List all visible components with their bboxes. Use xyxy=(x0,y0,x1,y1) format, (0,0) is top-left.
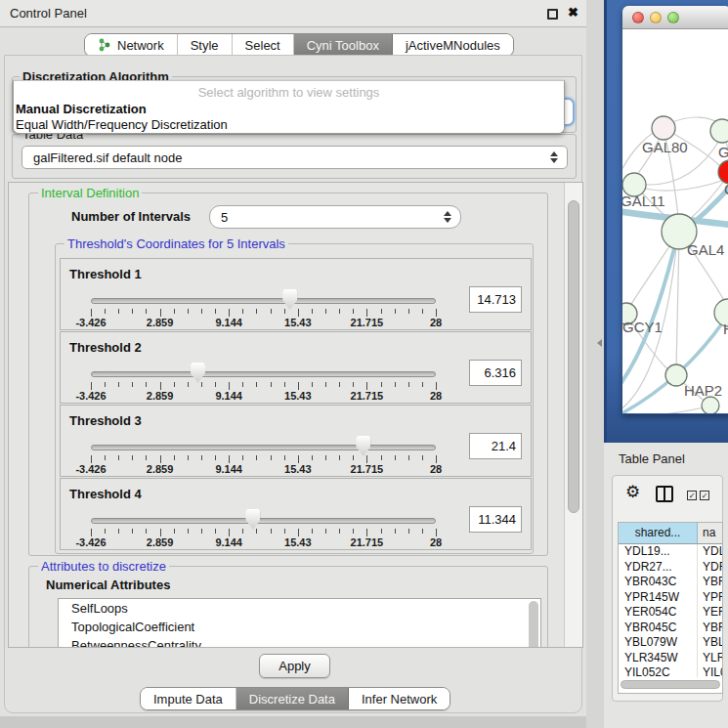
tick-mark xyxy=(381,309,382,314)
tick-mark xyxy=(146,309,147,314)
table-row[interactable]: YDL19...YDL1 xyxy=(619,544,722,560)
table-data-combobox[interactable]: galFiltered.sif default node xyxy=(21,146,568,169)
close-traffic-light-icon[interactable] xyxy=(632,12,644,23)
table-row[interactable]: YDR27...YDR2 xyxy=(619,560,722,576)
threshold-slider-thumb[interactable] xyxy=(245,509,260,530)
network-node-g[interactable] xyxy=(710,119,728,143)
threshold-slider-track[interactable] xyxy=(91,445,436,450)
tab-network[interactable]: Network xyxy=(85,34,178,56)
tick-mark xyxy=(229,309,230,317)
threshold-value-field[interactable]: 11.344 xyxy=(469,506,522,533)
tab-label: Infer Network xyxy=(362,692,437,707)
float-window-icon[interactable] xyxy=(547,9,558,20)
tab-impute-data[interactable]: Impute Data xyxy=(141,688,236,709)
network-edge[interactable] xyxy=(676,236,679,369)
number-of-intervals-combobox[interactable]: 5 xyxy=(209,205,461,229)
tick-mark xyxy=(408,529,409,534)
tick-mark xyxy=(105,529,106,534)
table-row[interactable]: YIL052CYIL0 xyxy=(619,665,722,677)
threshold-slider-thumb[interactable] xyxy=(191,363,205,383)
threshold-slider-thumb[interactable] xyxy=(356,436,370,456)
cell-shared-name: YLR345W xyxy=(619,651,698,666)
threshold-slider-track[interactable] xyxy=(91,371,436,377)
threshold-slider-track[interactable] xyxy=(91,518,436,524)
algorithm-popup-placeholder: Select algorithm to view settings xyxy=(14,81,564,102)
network-node[interactable] xyxy=(702,397,719,413)
tick-label: 15.43 xyxy=(269,390,327,402)
tick-mark xyxy=(284,455,285,460)
cell-shared-name: YBR043C xyxy=(619,575,698,590)
tab-cyni-toolbox[interactable]: Cyni Toolbox xyxy=(294,34,393,56)
control-panel-tab-bar: NetworkStyleSelectCyni ToolboxjActiveMNo… xyxy=(84,33,514,57)
tick-mark xyxy=(91,309,92,317)
checkbox-icon[interactable]: ✓ xyxy=(687,491,697,500)
split-columns-icon[interactable] xyxy=(656,486,673,502)
panel-splitter[interactable] xyxy=(586,0,604,728)
tick-label: 15.43 xyxy=(269,463,327,475)
cell-name: YPR1 xyxy=(698,590,722,606)
tick-mark xyxy=(271,309,272,314)
threshold-slider-thumb[interactable] xyxy=(282,289,297,310)
tab-jactivemnodules[interactable]: jActiveMNodules xyxy=(393,34,513,56)
tab-discretize-data[interactable]: Discretize Data xyxy=(236,688,349,709)
tick-label: 15.43 xyxy=(269,317,327,328)
tick-label: -3.426 xyxy=(62,317,120,328)
tick-mark xyxy=(395,382,396,387)
network-node-gal80[interactable] xyxy=(652,116,675,140)
column-header-name[interactable]: na xyxy=(698,523,722,543)
tab-select[interactable]: Select xyxy=(233,34,294,56)
algorithm-option[interactable]: Manual Discretization xyxy=(14,102,564,117)
network-window: GAL80G.CGAL11GAL4GCY1HHAP2 xyxy=(622,6,728,414)
thresholds-group-title: Threshold's Coordinates for 5 Intervals xyxy=(64,236,288,251)
algorithm-option[interactable]: Equal Width/Frequency Discretization xyxy=(14,117,564,133)
cell-name: YDR2 xyxy=(698,560,722,576)
close-icon[interactable]: ✖ xyxy=(568,5,578,20)
tick-mark xyxy=(298,309,299,317)
numerical-attributes-list[interactable]: SelfLoopsTopologicalCoefficientBetweenne… xyxy=(58,598,541,648)
cell-name: YBL0 xyxy=(698,635,722,651)
attribute-list-item[interactable]: BetweennessCentrality xyxy=(59,636,540,648)
vertical-scrollbar-thumb[interactable] xyxy=(568,200,579,513)
tick-mark xyxy=(366,455,367,463)
checkbox-icon[interactable]: ✓ xyxy=(700,491,709,500)
tick-label: 9.144 xyxy=(199,463,258,475)
horizontal-scrollbar[interactable] xyxy=(621,680,720,689)
tab-infer-network[interactable]: Infer Network xyxy=(349,688,450,709)
tick-mark xyxy=(242,382,243,387)
table-row[interactable]: YLR345WYLR3 xyxy=(619,651,722,666)
column-header-shared-name[interactable]: shared... xyxy=(619,523,698,543)
apply-button[interactable]: Apply xyxy=(259,654,330,678)
zoom-traffic-light-icon[interactable] xyxy=(667,12,679,23)
tick-mark xyxy=(132,382,133,387)
network-canvas[interactable]: GAL80G.CGAL11GAL4GCY1HHAP2 xyxy=(622,29,728,413)
threshold-value-field[interactable]: 21.4 xyxy=(469,433,522,459)
threshold-slider-track[interactable] xyxy=(91,298,436,304)
threshold-panel: Threshold 3-3.4262.8599.14415.4321.71528… xyxy=(60,405,532,477)
splitter-collapse-icon[interactable] xyxy=(597,339,602,347)
list-scrollbar[interactable] xyxy=(529,601,538,648)
table-row[interactable]: YBR043CYBR0 xyxy=(619,575,722,590)
control-panel-title: Control Panel xyxy=(10,6,87,21)
tab-style[interactable]: Style xyxy=(178,34,233,56)
tick-mark xyxy=(366,309,367,317)
attribute-list-item[interactable]: TopologicalCoefficient xyxy=(59,618,540,636)
minimize-traffic-light-icon[interactable] xyxy=(650,12,662,23)
gear-icon[interactable]: ⚙ xyxy=(625,482,640,502)
tick-label: 21.715 xyxy=(337,463,396,475)
tick-mark xyxy=(201,382,202,387)
table-row[interactable]: YBL079WYBL0 xyxy=(619,635,722,651)
cell-shared-name: YIL052C xyxy=(619,665,698,677)
table-row[interactable]: YBR045CYBR0 xyxy=(619,621,722,636)
attribute-list-item[interactable]: SelfLoops xyxy=(59,599,540,618)
tick-label: -3.426 xyxy=(62,536,120,548)
tick-mark xyxy=(395,455,396,460)
tick-mark xyxy=(298,382,299,390)
threshold-value-field[interactable]: 6.316 xyxy=(469,360,522,386)
tick-mark xyxy=(91,529,92,536)
network-node-label: C xyxy=(724,181,728,197)
tick-mark xyxy=(284,529,285,534)
tick-mark xyxy=(325,382,326,387)
table-row[interactable]: YER054CYER0 xyxy=(619,605,722,621)
table-row[interactable]: YPR145WYPR1 xyxy=(619,590,722,606)
threshold-value-field[interactable]: 14.713 xyxy=(469,286,522,313)
